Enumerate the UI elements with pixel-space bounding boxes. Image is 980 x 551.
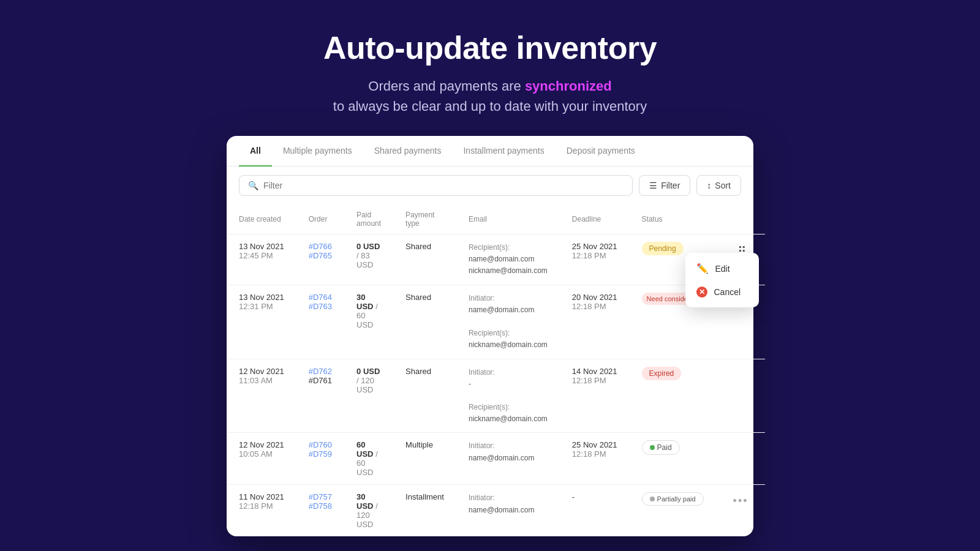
- tab-multiple-payments[interactable]: Multiple payments: [272, 136, 363, 167]
- deadline-cell: -: [560, 485, 630, 537]
- deadline-cell: 25 Nov 2021 12:18 PM: [560, 433, 630, 485]
- col-status: Status: [630, 204, 716, 234]
- paid-cell: 0 USD / 120 USD: [344, 359, 393, 433]
- date-cell: 12 Nov 2021 11:03 AM: [239, 367, 284, 385]
- sort-button[interactable]: ↕ Sort: [696, 175, 741, 196]
- order-link[interactable]: #D759: [309, 449, 332, 459]
- hero-section: Auto-update inventory Orders and payment…: [323, 0, 657, 136]
- order-link[interactable]: #D760: [309, 440, 332, 449]
- search-icon: 🔍: [248, 181, 258, 190]
- col-email: Email: [456, 204, 560, 234]
- order-link[interactable]: #D758: [309, 501, 332, 511]
- tab-installment-payments[interactable]: Installment payments: [452, 136, 555, 167]
- type-cell: Installment: [393, 485, 456, 537]
- type-cell: Multiple: [393, 433, 456, 485]
- type-cell: Shared: [393, 359, 456, 433]
- table-row: 13 Nov 2021 12:45 PM #D766 #D765 0 USD /…: [227, 234, 765, 285]
- col-paid: Paid amount: [344, 204, 393, 234]
- order-cell: #D757 #D758: [296, 485, 344, 537]
- edit-menu-item[interactable]: ✏️ Edit: [685, 257, 759, 280]
- table-row: 13 Nov 2021 12:31 PM #D764 #D763 30 USD …: [227, 285, 765, 359]
- tab-deposit-payments[interactable]: Deposit payments: [556, 136, 646, 167]
- col-deadline: Deadline: [560, 204, 630, 234]
- status-cell: Paid: [630, 433, 716, 485]
- sort-label: Sort: [715, 181, 731, 190]
- actions-cell: ⠿ ✏️ Edit ✕ Cancel: [716, 234, 766, 285]
- col-actions: [716, 204, 766, 234]
- cancel-icon: ✕: [696, 287, 707, 298]
- paid-cell: 0 USD / 83 USD: [344, 234, 393, 285]
- type-cell: Shared: [393, 234, 456, 285]
- tab-shared-payments[interactable]: Shared payments: [363, 136, 453, 167]
- cancel-label: Cancel: [714, 287, 741, 297]
- status-cell: Expired: [630, 359, 716, 433]
- status-badge: Pending: [642, 242, 684, 255]
- paid-cell: 30 USD / 120 USD: [344, 485, 393, 537]
- filter-icon: ☰: [649, 181, 657, 190]
- order-link[interactable]: #D762: [309, 367, 332, 376]
- date-cell: 11 Nov 2021 12:18 PM: [239, 492, 284, 511]
- date-cell: 13 Nov 2021 12:31 PM: [239, 293, 284, 311]
- actions-cell: [716, 359, 766, 433]
- order-cell: #D760 #D759: [296, 433, 344, 485]
- table-wrapper: Date created Order Paid amount Payment t…: [227, 204, 753, 536]
- email-cell: Initiator: name@domain.com: [456, 485, 560, 537]
- tab-all[interactable]: All: [239, 136, 272, 167]
- type-cell: Shared: [393, 285, 456, 359]
- filter-label: Filter: [661, 181, 680, 190]
- order-cell: #D766 #D765: [296, 234, 344, 285]
- status-badge: Paid: [642, 440, 680, 455]
- more-options-button[interactable]: •••: [728, 492, 753, 510]
- page-title: Auto-update inventory: [323, 29, 657, 66]
- search-input[interactable]: [263, 181, 624, 190]
- actions-cell: •••: [716, 485, 766, 537]
- order-link[interactable]: #D766: [309, 242, 332, 251]
- toolbar: 🔍 ☰ Filter ↕ Sort: [227, 167, 753, 204]
- col-order: Order: [296, 204, 344, 234]
- cancel-menu-item[interactable]: ✕ Cancel: [685, 280, 759, 304]
- order-link[interactable]: #D765: [309, 251, 332, 260]
- actions-cell: [716, 433, 766, 485]
- main-card: All Multiple payments Shared payments In…: [227, 136, 753, 536]
- col-type: Payment type: [393, 204, 456, 234]
- table-row: 12 Nov 2021 11:03 AM #D762 #D761 0 USD /…: [227, 359, 765, 433]
- context-menu: ✏️ Edit ✕ Cancel: [685, 253, 759, 307]
- paid-cell: 30 USD / 60 USD: [344, 285, 393, 359]
- deadline-cell: 20 Nov 2021 12:18 PM: [560, 285, 630, 359]
- email-cell: Initiator: - Recipient(s): nickname@doma…: [456, 359, 560, 433]
- order-cell: #D764 #D763: [296, 285, 344, 359]
- status-badge: Expired: [642, 367, 682, 380]
- col-date: Date created: [227, 204, 296, 234]
- tab-bar: All Multiple payments Shared payments In…: [227, 136, 753, 167]
- search-box: 🔍: [239, 175, 633, 196]
- email-cell: Initiator: name@domain.com Recipient(s):…: [456, 285, 560, 359]
- table-row: 12 Nov 2021 10:05 AM #D760 #D759 60 USD …: [227, 433, 765, 485]
- order-cell: #D762 #D761: [296, 359, 344, 433]
- page-subtitle: Orders and payments are synchronized to …: [323, 76, 657, 116]
- email-cell: Initiator: name@domain.com: [456, 433, 560, 485]
- edit-label: Edit: [715, 264, 729, 274]
- order-link[interactable]: #D764: [309, 293, 332, 302]
- paid-cell: 60 USD / 60 USD: [344, 433, 393, 485]
- table-row: 11 Nov 2021 12:18 PM #D757 #D758 30 USD …: [227, 485, 765, 537]
- deadline-cell: 25 Nov 2021 12:18 PM: [560, 234, 630, 285]
- deadline-cell: 14 Nov 2021 12:18 PM: [560, 359, 630, 433]
- payments-table: Date created Order Paid amount Payment t…: [227, 204, 765, 536]
- date-cell: 13 Nov 2021 12:45 PM: [239, 242, 284, 260]
- email-cell: Recipient(s): name@domain.com nickname@d…: [456, 234, 560, 285]
- status-badge: Partially paid: [642, 492, 704, 506]
- status-cell: Partially paid: [630, 485, 716, 537]
- edit-icon: ✏️: [696, 263, 709, 274]
- sort-icon: ↕: [707, 181, 711, 190]
- order-link[interactable]: #D763: [309, 302, 332, 311]
- date-cell: 12 Nov 2021 10:05 AM: [239, 440, 284, 459]
- order-link[interactable]: #D757: [309, 492, 332, 501]
- filter-button[interactable]: ☰ Filter: [639, 175, 690, 196]
